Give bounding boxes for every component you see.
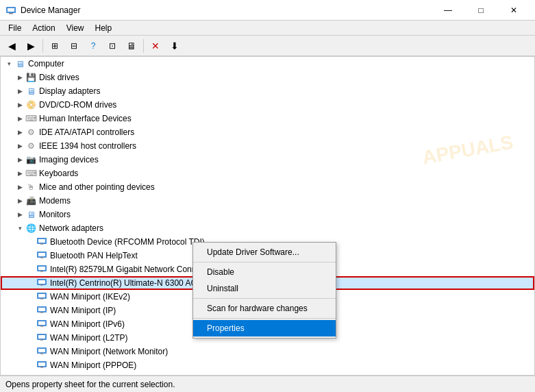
svg-rect-13 bbox=[38, 280, 45, 284]
tree-item-keyboard[interactable]: ▶ ⌨ Keyboards bbox=[1, 167, 534, 180]
close-button[interactable]: ✕ bbox=[498, 0, 530, 21]
icon-wan-pptp bbox=[36, 373, 47, 376]
icon-wan-ip bbox=[36, 305, 47, 316]
help-button[interactable]: ? bbox=[84, 38, 102, 54]
svg-rect-10 bbox=[38, 267, 45, 270]
icon-intel-centrino bbox=[36, 278, 47, 289]
toolbar: ◀ ▶ ⊞ ⊟ ? ⊡ 🖥 ✕ ⬇ bbox=[0, 36, 535, 56]
context-menu-sep-2 bbox=[193, 298, 336, 299]
tree-item-ieee[interactable]: ▶ ⚙ IEEE 1394 host controllers bbox=[1, 139, 534, 153]
icon-display: 🖥 bbox=[25, 86, 36, 97]
disable-button[interactable]: ✕ bbox=[147, 38, 164, 54]
icon-wan-ipv6 bbox=[36, 319, 47, 330]
icon-dvd: 📀 bbox=[25, 99, 36, 110]
icon-ieee: ⚙ bbox=[25, 140, 36, 151]
properties-button[interactable]: ⊞ bbox=[46, 38, 64, 54]
svg-rect-7 bbox=[38, 253, 45, 256]
maximize-button[interactable]: □ bbox=[465, 0, 497, 21]
label-mice: Mice and other pointing devices bbox=[39, 182, 155, 192]
icon-wan-netmon bbox=[36, 346, 47, 357]
svg-rect-31 bbox=[38, 363, 45, 366]
menu-action[interactable]: Action bbox=[27, 22, 60, 34]
context-menu-sep-3 bbox=[193, 318, 336, 319]
label-imaging: Imaging devices bbox=[39, 155, 99, 164]
svg-rect-25 bbox=[38, 335, 45, 339]
tree-item-display[interactable]: ▶ 🖥 Display adapters bbox=[1, 84, 534, 98]
tree-item-wan-pptp[interactable]: ▶ WAN Miniport (PPTP) bbox=[1, 372, 534, 376]
tree-item-modems[interactable]: ▶ 📠 Modems bbox=[1, 194, 534, 208]
context-menu-properties[interactable]: Properties bbox=[193, 320, 336, 336]
label-intel-centrino: Intel(R) Centrino(R) Ultimate-N 6300 AGN bbox=[50, 278, 203, 288]
app-icon bbox=[5, 5, 16, 16]
svg-rect-16 bbox=[38, 294, 45, 297]
tree-item-disk[interactable]: ▶ 💾 Disk drives bbox=[1, 71, 534, 84]
icon-keyboard: ⌨ bbox=[25, 168, 36, 179]
menu-view[interactable]: View bbox=[61, 22, 90, 34]
context-menu-update[interactable]: Update Driver Software... bbox=[193, 244, 336, 260]
expand-icon-mice: ▶ bbox=[14, 182, 25, 193]
icon-modem: 📠 bbox=[25, 195, 36, 206]
svg-rect-19 bbox=[38, 308, 45, 311]
label-disk: Disk drives bbox=[39, 73, 79, 82]
tree-item-imaging[interactable]: ▶ 📷 Imaging devices bbox=[1, 153, 534, 167]
context-menu-uninstall[interactable]: Uninstall bbox=[193, 280, 336, 297]
tree-item-hid[interactable]: ▶ ⌨ Human Interface Devices bbox=[1, 112, 534, 125]
icon-hid: ⌨ bbox=[25, 113, 36, 124]
device-manager-button[interactable]: ⊡ bbox=[103, 38, 121, 54]
icon-monitor: 🖥 bbox=[25, 209, 36, 220]
context-menu-scan[interactable]: Scan for hardware changes bbox=[193, 300, 336, 317]
tree-item-computer[interactable]: ▾ 🖥 Computer bbox=[1, 57, 534, 71]
label-wan-pppoe: WAN Miniport (PPPOE) bbox=[50, 360, 136, 370]
tree-item-wan-netmon[interactable]: ▶ WAN Miniport (Network Monitor) bbox=[1, 345, 534, 358]
tree-item-mice[interactable]: ▶ 🖱 Mice and other pointing devices bbox=[1, 180, 534, 194]
expand-icon-computer: ▾ bbox=[3, 58, 14, 69]
label-ieee: IEEE 1394 host controllers bbox=[39, 141, 136, 151]
label-wan-ikev2: WAN Miniport (IKEv2) bbox=[50, 292, 130, 302]
icon-wan-l2tp bbox=[36, 332, 47, 343]
label-dvd: DVD/CD-ROM drives bbox=[39, 100, 116, 110]
menu-file[interactable]: File bbox=[3, 22, 27, 34]
tree-item-wan-pppoe[interactable]: ▶ WAN Miniport (PPPOE) bbox=[1, 358, 534, 372]
label-computer: Computer bbox=[28, 59, 64, 69]
label-monitors: Monitors bbox=[39, 210, 71, 219]
label-wan-l2tp: WAN Miniport (L2TP) bbox=[50, 333, 128, 343]
expand-icon-ieee: ▶ bbox=[14, 140, 25, 151]
show-devices-button[interactable]: 🖥 bbox=[123, 38, 140, 54]
svg-rect-2 bbox=[9, 13, 13, 14]
title-bar: Device Manager — □ ✕ bbox=[0, 0, 535, 21]
expand-icon-disk: ▶ bbox=[14, 72, 25, 83]
update-driver-button[interactable]: ⊟ bbox=[65, 38, 83, 54]
forward-button[interactable]: ▶ bbox=[22, 38, 40, 54]
icon-mice: 🖱 bbox=[25, 182, 36, 193]
scan-button[interactable]: ⬇ bbox=[166, 38, 184, 54]
label-wan-ip: WAN Miniport (IP) bbox=[50, 306, 116, 315]
icon-computer: 🖥 bbox=[14, 58, 25, 69]
tree-item-ide[interactable]: ▶ ⚙ IDE ATA/ATAPI controllers bbox=[1, 125, 534, 139]
label-bluetooth2: Bluetooth PAN HelpText bbox=[50, 251, 138, 260]
back-button[interactable]: ◀ bbox=[3, 38, 21, 54]
context-menu-sep-1 bbox=[193, 262, 336, 262]
label-ide: IDE ATA/ATAPI controllers bbox=[39, 127, 134, 137]
expand-icon-monitors: ▶ bbox=[14, 209, 25, 220]
menu-help[interactable]: Help bbox=[90, 22, 118, 34]
label-wan-pptp: WAN Miniport (PPTP) bbox=[50, 374, 129, 376]
icon-network: 🌐 bbox=[25, 223, 36, 234]
expand-icon-network: ▾ bbox=[14, 223, 25, 234]
label-bluetooth1: Bluetooth Device (RFCOMM Protocol TDI) bbox=[50, 237, 205, 247]
window-title: Device Manager bbox=[21, 5, 80, 15]
expand-icon-imaging: ▶ bbox=[14, 154, 25, 165]
svg-rect-33 bbox=[37, 375, 47, 376]
toolbar-sep-1 bbox=[42, 39, 43, 53]
label-wan-netmon: WAN Miniport (Network Monitor) bbox=[50, 347, 168, 356]
expand-icon-hid: ▶ bbox=[14, 113, 25, 124]
svg-rect-28 bbox=[38, 349, 45, 352]
tree-item-dvd[interactable]: ▶ 📀 DVD/CD-ROM drives bbox=[1, 98, 534, 112]
context-menu-disable[interactable]: Disable bbox=[193, 264, 336, 280]
tree-item-network[interactable]: ▾ 🌐 Network adapters bbox=[1, 221, 534, 235]
device-tree[interactable]: APPUALS ▾ 🖥 Computer ▶ 💾 Disk drives ▶ 🖥… bbox=[0, 56, 535, 376]
expand-icon-display: ▶ bbox=[14, 86, 25, 97]
status-bar: Opens property sheet for the current sel… bbox=[0, 376, 535, 392]
minimize-button[interactable]: — bbox=[432, 0, 464, 21]
expand-icon-modems: ▶ bbox=[14, 195, 25, 206]
tree-item-monitors[interactable]: ▶ 🖥 Monitors bbox=[1, 208, 534, 221]
